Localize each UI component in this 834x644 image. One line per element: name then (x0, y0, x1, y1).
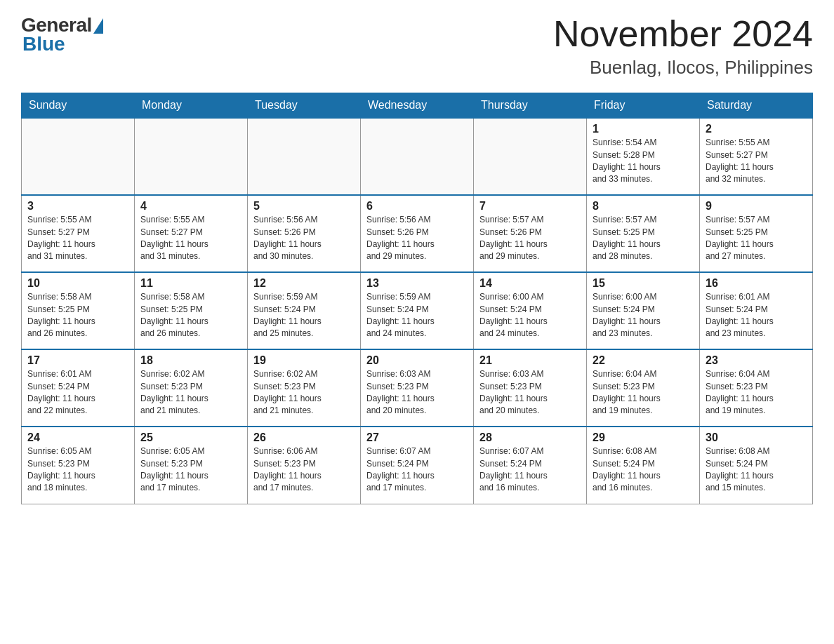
day-number: 21 (479, 354, 581, 367)
calendar-cell: 30Sunrise: 6:08 AMSunset: 5:24 PMDayligh… (700, 427, 813, 504)
day-info: Sunrise: 6:04 AMSunset: 5:23 PMDaylight:… (593, 368, 694, 417)
weekday-header-wednesday: Wednesday (361, 93, 474, 119)
day-info: Sunrise: 6:00 AMSunset: 5:24 PMDaylight:… (479, 291, 581, 340)
logo-triangle-icon (93, 18, 103, 34)
day-info: Sunrise: 6:00 AMSunset: 5:24 PMDaylight:… (593, 291, 694, 340)
day-info: Sunrise: 6:04 AMSunset: 5:23 PMDaylight:… (706, 368, 807, 417)
calendar-cell: 24Sunrise: 6:05 AMSunset: 5:23 PMDayligh… (22, 427, 135, 504)
calendar-cell: 4Sunrise: 5:55 AMSunset: 5:27 PMDaylight… (135, 195, 248, 272)
day-number: 11 (140, 277, 241, 290)
day-number: 10 (27, 277, 128, 290)
day-number: 29 (593, 431, 694, 444)
title-block: November 2024 Buenlag, Ilocos, Philippin… (553, 14, 813, 79)
day-number: 4 (140, 200, 241, 213)
calendar-cell: 8Sunrise: 5:57 AMSunset: 5:25 PMDaylight… (587, 195, 700, 272)
day-number: 17 (27, 354, 128, 367)
day-info: Sunrise: 6:07 AMSunset: 5:24 PMDaylight:… (366, 445, 468, 495)
day-info: Sunrise: 5:59 AMSunset: 5:24 PMDaylight:… (366, 291, 468, 340)
day-number: 13 (366, 277, 468, 290)
day-number: 18 (140, 354, 241, 367)
calendar-header-row: SundayMondayTuesdayWednesdayThursdayFrid… (22, 93, 813, 119)
calendar-cell: 26Sunrise: 6:06 AMSunset: 5:23 PMDayligh… (248, 427, 361, 504)
calendar-cell: 22Sunrise: 6:04 AMSunset: 5:23 PMDayligh… (587, 349, 700, 427)
calendar-cell (135, 118, 248, 195)
day-info: Sunrise: 6:02 AMSunset: 5:23 PMDaylight:… (140, 368, 241, 417)
day-number: 9 (706, 200, 807, 213)
calendar-cell: 11Sunrise: 5:58 AMSunset: 5:25 PMDayligh… (135, 272, 248, 349)
day-info: Sunrise: 6:07 AMSunset: 5:24 PMDaylight:… (479, 445, 581, 495)
day-info: Sunrise: 6:08 AMSunset: 5:24 PMDaylight:… (593, 445, 694, 495)
calendar-cell: 1Sunrise: 5:54 AMSunset: 5:28 PMDaylight… (587, 118, 700, 195)
weekday-header-thursday: Thursday (474, 93, 587, 119)
day-number: 12 (253, 277, 355, 290)
day-number: 5 (253, 200, 355, 213)
weekday-header-tuesday: Tuesday (248, 93, 361, 119)
calendar-table: SundayMondayTuesdayWednesdayThursdayFrid… (21, 93, 813, 504)
day-number: 7 (479, 200, 581, 213)
day-number: 3 (27, 200, 128, 213)
logo: General Blue (21, 14, 103, 55)
calendar-cell: 2Sunrise: 5:55 AMSunset: 5:27 PMDaylight… (700, 118, 813, 195)
day-info: Sunrise: 6:02 AMSunset: 5:23 PMDaylight:… (253, 368, 355, 417)
day-number: 27 (366, 431, 468, 444)
calendar-cell: 17Sunrise: 6:01 AMSunset: 5:24 PMDayligh… (22, 349, 135, 427)
day-number: 25 (140, 431, 241, 444)
weekday-header-friday: Friday (587, 93, 700, 119)
calendar-week-row: 17Sunrise: 6:01 AMSunset: 5:24 PMDayligh… (22, 349, 813, 427)
calendar-cell: 21Sunrise: 6:03 AMSunset: 5:23 PMDayligh… (474, 349, 587, 427)
calendar-title: November 2024 (553, 14, 813, 54)
day-info: Sunrise: 6:03 AMSunset: 5:23 PMDaylight:… (479, 368, 581, 417)
weekday-header-monday: Monday (135, 93, 248, 119)
day-number: 16 (706, 277, 807, 290)
day-info: Sunrise: 5:54 AMSunset: 5:28 PMDaylight:… (593, 137, 694, 186)
day-info: Sunrise: 6:01 AMSunset: 5:24 PMDaylight:… (27, 368, 128, 417)
day-number: 20 (366, 354, 468, 367)
day-info: Sunrise: 5:58 AMSunset: 5:25 PMDaylight:… (27, 291, 128, 340)
day-info: Sunrise: 5:55 AMSunset: 5:27 PMDaylight:… (706, 137, 807, 186)
calendar-cell: 25Sunrise: 6:05 AMSunset: 5:23 PMDayligh… (135, 427, 248, 504)
day-info: Sunrise: 5:55 AMSunset: 5:27 PMDaylight:… (27, 214, 128, 263)
day-number: 6 (366, 200, 468, 213)
calendar-cell: 3Sunrise: 5:55 AMSunset: 5:27 PMDaylight… (22, 195, 135, 272)
calendar-week-row: 1Sunrise: 5:54 AMSunset: 5:28 PMDaylight… (22, 118, 813, 195)
calendar-cell: 20Sunrise: 6:03 AMSunset: 5:23 PMDayligh… (361, 349, 474, 427)
page-header: General Blue November 2024 Buenlag, Iloc… (21, 14, 813, 79)
calendar-cell: 10Sunrise: 5:58 AMSunset: 5:25 PMDayligh… (22, 272, 135, 349)
calendar-cell: 14Sunrise: 6:00 AMSunset: 5:24 PMDayligh… (474, 272, 587, 349)
day-info: Sunrise: 6:06 AMSunset: 5:23 PMDaylight:… (253, 445, 355, 495)
day-info: Sunrise: 5:56 AMSunset: 5:26 PMDaylight:… (366, 214, 468, 263)
day-number: 30 (706, 431, 807, 444)
calendar-week-row: 24Sunrise: 6:05 AMSunset: 5:23 PMDayligh… (22, 427, 813, 504)
day-info: Sunrise: 5:57 AMSunset: 5:26 PMDaylight:… (479, 214, 581, 263)
calendar-cell: 15Sunrise: 6:00 AMSunset: 5:24 PMDayligh… (587, 272, 700, 349)
calendar-week-row: 10Sunrise: 5:58 AMSunset: 5:25 PMDayligh… (22, 272, 813, 349)
calendar-cell: 29Sunrise: 6:08 AMSunset: 5:24 PMDayligh… (587, 427, 700, 504)
calendar-cell: 23Sunrise: 6:04 AMSunset: 5:23 PMDayligh… (700, 349, 813, 427)
day-info: Sunrise: 5:57 AMSunset: 5:25 PMDaylight:… (593, 214, 694, 263)
day-number: 23 (706, 354, 807, 367)
calendar-cell: 19Sunrise: 6:02 AMSunset: 5:23 PMDayligh… (248, 349, 361, 427)
day-number: 14 (479, 277, 581, 290)
day-info: Sunrise: 5:58 AMSunset: 5:25 PMDaylight:… (140, 291, 241, 340)
day-number: 1 (593, 123, 694, 135)
day-number: 24 (27, 431, 128, 444)
calendar-cell: 18Sunrise: 6:02 AMSunset: 5:23 PMDayligh… (135, 349, 248, 427)
calendar-cell: 6Sunrise: 5:56 AMSunset: 5:26 PMDaylight… (361, 195, 474, 272)
day-info: Sunrise: 5:59 AMSunset: 5:24 PMDaylight:… (253, 291, 355, 340)
calendar-cell: 27Sunrise: 6:07 AMSunset: 5:24 PMDayligh… (361, 427, 474, 504)
calendar-cell: 9Sunrise: 5:57 AMSunset: 5:25 PMDaylight… (700, 195, 813, 272)
day-info: Sunrise: 5:56 AMSunset: 5:26 PMDaylight:… (253, 214, 355, 263)
day-number: 8 (593, 200, 694, 213)
day-info: Sunrise: 6:05 AMSunset: 5:23 PMDaylight:… (27, 445, 128, 495)
calendar-subtitle: Buenlag, Ilocos, Philippines (553, 57, 813, 79)
day-info: Sunrise: 5:55 AMSunset: 5:27 PMDaylight:… (140, 214, 241, 263)
day-info: Sunrise: 6:05 AMSunset: 5:23 PMDaylight:… (140, 445, 241, 495)
weekday-header-sunday: Sunday (22, 93, 135, 119)
calendar-cell: 16Sunrise: 6:01 AMSunset: 5:24 PMDayligh… (700, 272, 813, 349)
day-number: 28 (479, 431, 581, 444)
weekday-header-saturday: Saturday (700, 93, 813, 119)
calendar-cell: 28Sunrise: 6:07 AMSunset: 5:24 PMDayligh… (474, 427, 587, 504)
day-info: Sunrise: 6:01 AMSunset: 5:24 PMDaylight:… (706, 291, 807, 340)
calendar-cell (248, 118, 361, 195)
day-number: 2 (706, 123, 807, 135)
